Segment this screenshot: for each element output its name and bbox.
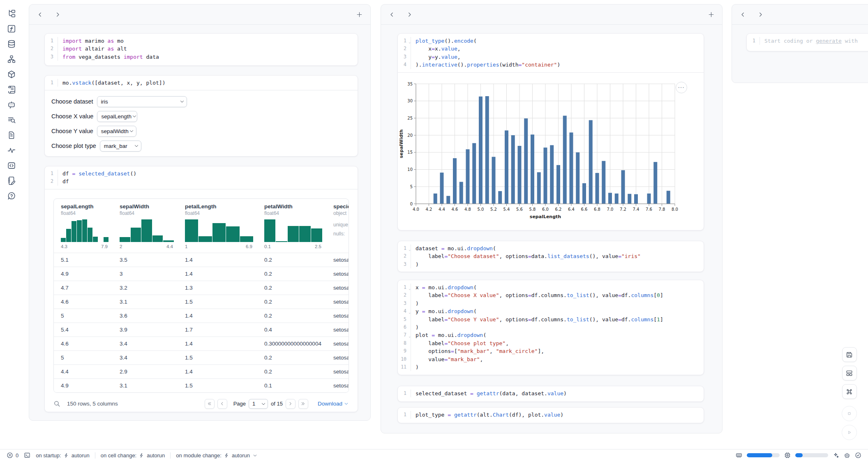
plot-type-select[interactable]: mark_bar	[100, 141, 141, 152]
add-cell-button[interactable]	[708, 11, 715, 18]
add-cell-button[interactable]	[356, 11, 363, 18]
table-row[interactable]: 4.63.41.40.30000000000000004setosa	[54, 337, 349, 350]
code-cell-vstack[interactable]: 1mo.vstack([dataset, x, y, plot]) Choose…	[44, 75, 358, 157]
table-row[interactable]: 4.42.91.40.2setosa	[54, 364, 349, 378]
column-header-sepalWidth[interactable]: sepalWidthfloat6424.4	[113, 199, 178, 253]
svg-text:4.6: 4.6	[452, 207, 458, 212]
layout-button[interactable]	[842, 366, 857, 380]
stop-button[interactable]	[842, 406, 857, 421]
empty-code-cell[interactable]: 1 Start coding or generate with	[746, 33, 868, 51]
first-page-button[interactable]	[205, 399, 215, 409]
code-cell-imports[interactable]: 1import marimo as mo2import altair as al…	[44, 33, 358, 66]
table-row[interactable]: 4.63.11.50.2setosa	[54, 295, 349, 309]
code-snippet-icon[interactable]	[7, 161, 16, 170]
table-row[interactable]: 5.13.51.40.2setosa	[54, 253, 349, 267]
code-editor[interactable]: 1mo.vstack([dataset, x, y, plot])	[45, 76, 358, 90]
notebook-actions	[842, 347, 857, 440]
code-editor[interactable]: 1⌄dataset = mo.ui.dropdown(2 label="Choo…	[398, 241, 704, 272]
code-cell-selected-dataset[interactable]: 1selected_dataset = getattr(data, datase…	[397, 386, 704, 402]
y-value-select[interactable]: sepalWidth	[97, 126, 136, 137]
file-text-icon[interactable]	[7, 131, 16, 140]
table-row[interactable]: 5.43.91.70.4setosa	[54, 323, 349, 337]
page-select[interactable]: 1	[249, 399, 268, 409]
search-icon[interactable]	[53, 400, 60, 407]
chevron-left-icon[interactable]	[388, 11, 395, 18]
editor-placeholder[interactable]: Start coding or generate with	[760, 37, 858, 45]
chart-actions-button[interactable]: ···	[676, 82, 687, 93]
on-startup-setting[interactable]: on startup: autorun	[36, 452, 90, 459]
code-editor[interactable]: 1⌄plot_type().encode(2 x=x.value,3 y=y.v…	[398, 34, 704, 72]
script-icon[interactable]	[7, 85, 16, 94]
column-header-sepalLength[interactable]: sepalLengthfloat644.37.9	[54, 199, 113, 253]
code-cell-plot-type[interactable]: 1plot_type = getattr(alt.Chart(df), plot…	[397, 407, 704, 423]
ai-assist-button[interactable]	[833, 452, 839, 459]
connection-status-icon[interactable]	[855, 452, 861, 459]
code-cell-xy-dropdowns[interactable]: 1⌄x = mo.ui.dropdown(2 label="Choose X v…	[397, 280, 704, 375]
code-editor[interactable]: 1selected_dataset = getattr(data, datase…	[398, 386, 704, 401]
table-cell: 3.9	[113, 327, 178, 333]
column-header-species[interactable]: speciesobjectunique:nulls:	[326, 199, 349, 253]
database-icon[interactable]	[7, 39, 16, 48]
code-cell-dataframe[interactable]: 1df = selected_dataset()2df sepalLengthf…	[44, 166, 358, 412]
table-cell: 0.2	[257, 271, 326, 277]
last-page-button[interactable]	[298, 399, 308, 409]
table-row[interactable]: 53.41.50.2setosa	[54, 350, 349, 364]
on-cell-change-setting[interactable]: on cell change: autorun	[101, 452, 165, 459]
generate-link[interactable]: generate	[816, 38, 842, 44]
table-row[interactable]: 4.73.21.30.2setosa	[54, 281, 349, 295]
svg-text:20: 20	[407, 133, 413, 137]
column-min: 2	[120, 244, 122, 249]
prev-page-button[interactable]	[217, 399, 227, 409]
svg-text:15: 15	[407, 150, 413, 154]
chevron-right-icon[interactable]	[406, 11, 413, 18]
line-number: 1	[398, 390, 411, 397]
column-dtype: float64	[264, 210, 326, 216]
code-editor[interactable]: 1df = selected_dataset()2df	[45, 166, 358, 189]
chevron-right-icon[interactable]	[54, 11, 61, 18]
table-row[interactable]: 4.931.40.2setosa	[54, 267, 349, 281]
download-button[interactable]: Download	[318, 401, 349, 407]
chevron-left-icon[interactable]	[37, 11, 44, 18]
x-value-select[interactable]: sepalLength	[97, 111, 137, 122]
code-editor[interactable]: 1⌄x = mo.ui.dropdown(2 label="Choose X v…	[398, 280, 704, 374]
run-button[interactable]	[842, 425, 857, 440]
chat-bot-icon[interactable]	[7, 100, 16, 109]
svg-text:10: 10	[407, 167, 413, 172]
error-console-toggle[interactable]: 0	[7, 452, 18, 459]
plot-type-control: Choose plot type mark_bar	[51, 140, 358, 152]
svg-text:5.2: 5.2	[490, 207, 497, 212]
table-cell: 1.5	[178, 383, 257, 389]
column-header-petalWidth[interactable]: petalWidthfloat640.12.5	[257, 199, 326, 253]
column-header-petalLength[interactable]: petalLengthfloat6416.9	[178, 199, 257, 253]
code-cell-plot[interactable]: 1⌄plot_type().encode(2 x=x.value,3 y=y.v…	[397, 33, 704, 230]
activity-icon[interactable]	[7, 146, 16, 155]
next-page-button[interactable]	[286, 399, 295, 409]
line-number: 1⌄	[398, 37, 411, 45]
package-icon[interactable]	[7, 70, 16, 79]
altair-chart[interactable]: 4.04.24.44.64.85.05.25.45.65.86.06.26.46…	[398, 73, 704, 230]
table-cell: 1.4	[178, 313, 257, 319]
chevron-left-icon[interactable]	[739, 11, 746, 18]
function-icon[interactable]	[7, 24, 16, 33]
file-tree-icon[interactable]	[7, 9, 16, 18]
table-row[interactable]: 4.93.11.50.1setosa	[54, 378, 349, 392]
chevron-right-icon[interactable]	[757, 11, 764, 18]
svg-text:6.2: 6.2	[555, 207, 562, 212]
code-editor[interactable]: 1plot_type = getattr(alt.Chart(df), plot…	[398, 408, 704, 422]
list-search-icon[interactable]	[7, 115, 16, 124]
table-row[interactable]: 53.61.40.2setosa	[54, 309, 349, 323]
code-editor[interactable]: 1import marimo as mo2import altair as al…	[45, 34, 358, 64]
dataset-select[interactable]: iris	[97, 96, 187, 107]
command-palette-button[interactable]	[842, 384, 857, 399]
help-chat-icon[interactable]	[7, 191, 16, 201]
save-button[interactable]	[842, 347, 857, 362]
line-number: 9	[398, 347, 411, 355]
chatbot-button[interactable]	[844, 452, 850, 459]
code-cell-dataset-dropdown[interactable]: 1⌄dataset = mo.ui.dropdown(2 label="Choo…	[397, 241, 704, 272]
terminal-button[interactable]	[24, 452, 30, 459]
on-module-change-setting[interactable]: on module change: autorun	[176, 452, 258, 459]
sitemap-icon[interactable]	[7, 55, 16, 64]
notebook-edit-icon[interactable]	[7, 176, 16, 185]
chevron-down-icon	[179, 99, 185, 104]
altair-chart-output[interactable]: 4.04.24.44.64.85.05.25.45.65.86.06.26.46…	[398, 73, 704, 230]
